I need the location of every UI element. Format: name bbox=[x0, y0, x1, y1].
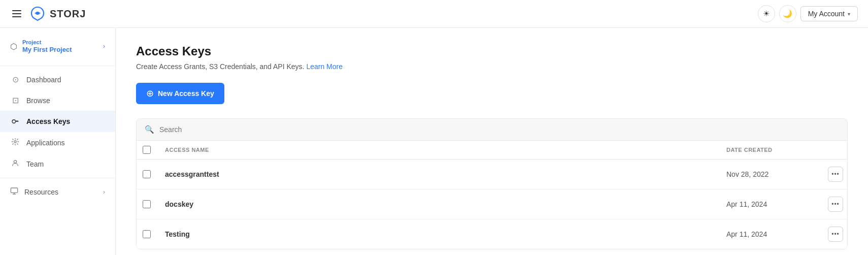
sidebar-item-dashboard[interactable]: ⊙ Dashboard bbox=[0, 69, 115, 90]
sidebar-item-applications[interactable]: Applications bbox=[0, 132, 115, 153]
page-title: Access Keys bbox=[136, 44, 848, 58]
sidebar-item-access-keys[interactable]: Access Keys bbox=[0, 111, 115, 132]
table-cell-date: Nov 28, 2022 bbox=[720, 170, 822, 178]
row-more-button[interactable]: ••• bbox=[828, 197, 843, 212]
applications-icon bbox=[10, 138, 20, 148]
sidebar-resources-inner: Resources bbox=[10, 187, 58, 197]
table-col-actions bbox=[822, 146, 847, 154]
svg-point-3 bbox=[14, 161, 16, 163]
table-cell-more: ••• bbox=[822, 227, 847, 242]
table-cell-date: Apr 11, 2024 bbox=[720, 230, 822, 238]
table-header: ACCESS NAME DATE CREATED bbox=[137, 141, 847, 160]
light-mode-button[interactable]: ☀ bbox=[758, 5, 775, 22]
svg-point-1 bbox=[12, 120, 16, 123]
chevron-right-icon: › bbox=[103, 43, 105, 50]
new-access-key-label: New Access Key bbox=[158, 89, 214, 98]
sidebar-item-browse[interactable]: ⊡ Browse bbox=[0, 90, 115, 111]
layout: ⬡ Project My First Project › ⊙ Dashboard… bbox=[0, 28, 868, 255]
resources-chevron-right-icon: › bbox=[103, 188, 105, 196]
logo-text: STORJ bbox=[50, 8, 86, 20]
select-all-checkbox[interactable] bbox=[143, 146, 151, 154]
plus-circle-icon: ⊕ bbox=[146, 88, 154, 99]
sidebar-label-resources: Resources bbox=[24, 188, 58, 196]
table-cell-more: ••• bbox=[822, 197, 847, 212]
table-header-checkbox-col bbox=[137, 146, 159, 154]
header: STORJ ☀ 🌙 My Account ▾ bbox=[0, 0, 868, 28]
browse-icon: ⊡ bbox=[10, 95, 20, 105]
sidebar-divider bbox=[0, 66, 115, 66]
table-col-date-created: DATE CREATED bbox=[720, 146, 822, 154]
table-body: accessgranttest Nov 28, 2022 ••• docskey… bbox=[137, 160, 847, 249]
row-checkbox[interactable] bbox=[143, 230, 151, 238]
hamburger-menu-icon[interactable] bbox=[10, 8, 23, 19]
sidebar-project[interactable]: ⬡ Project My First Project › bbox=[0, 34, 115, 58]
table-row: accessgranttest Nov 28, 2022 ••• bbox=[137, 160, 847, 189]
main-content: Access Keys Create Access Grants, S3 Cre… bbox=[116, 28, 868, 255]
dark-mode-button[interactable]: 🌙 bbox=[779, 5, 796, 22]
learn-more-link[interactable]: Learn More bbox=[306, 62, 343, 71]
sidebar-project-inner: ⬡ Project My First Project bbox=[10, 39, 72, 53]
project-label: Project bbox=[22, 39, 72, 46]
table-cell-name: docskey bbox=[159, 200, 720, 208]
table-cell-date: Apr 11, 2024 bbox=[720, 200, 822, 208]
sidebar-label-dashboard: Dashboard bbox=[26, 76, 61, 84]
header-right: ☀ 🌙 My Account ▾ bbox=[758, 5, 858, 22]
sun-icon: ☀ bbox=[763, 9, 770, 18]
project-icon: ⬡ bbox=[10, 42, 17, 51]
table-row: Testing Apr 11, 2024 ••• bbox=[137, 219, 847, 249]
ellipsis-icon: ••• bbox=[831, 171, 840, 178]
search-input[interactable] bbox=[159, 125, 839, 134]
ellipsis-icon: ••• bbox=[831, 231, 840, 238]
sidebar-label-applications: Applications bbox=[26, 139, 65, 147]
table-row: docskey Apr 11, 2024 ••• bbox=[137, 189, 847, 219]
my-account-button[interactable]: My Account ▾ bbox=[800, 6, 858, 21]
resources-icon bbox=[10, 187, 18, 197]
my-account-label: My Account bbox=[808, 10, 845, 18]
moon-icon: 🌙 bbox=[783, 9, 792, 18]
sidebar-label-browse: Browse bbox=[26, 97, 50, 105]
sidebar-item-resources[interactable]: Resources › bbox=[0, 181, 115, 202]
chevron-down-icon: ▾ bbox=[848, 11, 850, 17]
table-cell-checkbox bbox=[137, 170, 159, 178]
table-cell-name: Testing bbox=[159, 230, 720, 238]
table-cell-name: accessgranttest bbox=[159, 170, 720, 178]
row-more-button[interactable]: ••• bbox=[828, 227, 843, 242]
svg-point-2 bbox=[14, 141, 16, 143]
page-subtitle: Create Access Grants, S3 Credentials, an… bbox=[136, 62, 848, 71]
new-access-key-button[interactable]: ⊕ New Access Key bbox=[136, 83, 224, 104]
sidebar-label-team: Team bbox=[26, 160, 44, 168]
table-cell-checkbox bbox=[137, 230, 159, 238]
row-checkbox[interactable] bbox=[143, 170, 151, 178]
sidebar-item-team[interactable]: Team bbox=[0, 153, 115, 175]
logo: STORJ bbox=[29, 6, 86, 22]
sidebar-divider-2 bbox=[0, 178, 115, 178]
search-icon: 🔍 bbox=[145, 125, 154, 134]
svg-rect-4 bbox=[11, 188, 17, 193]
sidebar-label-access-keys: Access Keys bbox=[26, 117, 70, 125]
access-keys-table-card: 🔍 ACCESS NAME DATE CREATED bbox=[136, 118, 848, 249]
header-left: STORJ bbox=[10, 6, 86, 22]
table-cell-checkbox bbox=[137, 200, 159, 208]
dashboard-icon: ⊙ bbox=[10, 75, 20, 84]
key-icon bbox=[10, 116, 20, 126]
table-col-access-name: ACCESS NAME bbox=[159, 146, 720, 154]
svg-point-0 bbox=[36, 12, 39, 15]
ellipsis-icon: ••• bbox=[831, 201, 840, 208]
team-icon bbox=[10, 159, 20, 169]
table-cell-more: ••• bbox=[822, 167, 847, 182]
subtitle-text: Create Access Grants, S3 Credentials, an… bbox=[136, 62, 305, 71]
search-bar: 🔍 bbox=[137, 119, 847, 141]
sidebar: ⬡ Project My First Project › ⊙ Dashboard… bbox=[0, 28, 116, 255]
row-more-button[interactable]: ••• bbox=[828, 167, 843, 182]
project-name: My First Project bbox=[22, 46, 72, 53]
row-checkbox[interactable] bbox=[143, 200, 151, 208]
